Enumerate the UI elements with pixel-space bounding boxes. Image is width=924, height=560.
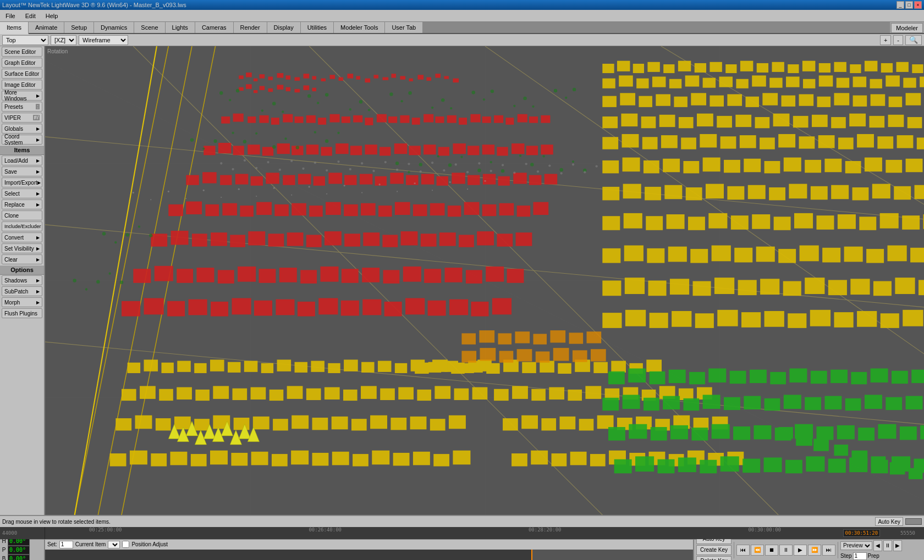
svg-rect-509 <box>805 278 824 294</box>
main-layout: Scene Editor Graph Editor Surface Editor… <box>0 46 924 515</box>
timeline-track[interactable]: 00:25:00:00 00:26:40:00 00:28:20:00 00:3… <box>45 527 924 539</box>
svg-rect-33 <box>365 79 370 82</box>
delete-key-button[interactable]: Delete Key <box>696 556 732 561</box>
menu-help[interactable]: Help <box>41 10 63 21</box>
transport-pause[interactable]: ⏸ <box>779 545 793 556</box>
preview-play-btn[interactable]: ▶ <box>893 540 902 551</box>
svg-rect-43 <box>453 79 459 82</box>
status-row-1: Drag mouse in view to rotate selected it… <box>0 515 924 527</box>
grid-plus-button[interactable]: + <box>880 35 891 45</box>
tab-cameras[interactable]: Cameras <box>195 22 234 33</box>
set-input[interactable] <box>59 541 73 548</box>
svg-point-622 <box>450 107 452 109</box>
axis-select[interactable]: [XZ] [XY] [ZY] <box>51 35 76 45</box>
viewport[interactable]: Rotation <box>45 46 924 515</box>
sidebar-select[interactable]: Select ▶ <box>2 188 42 198</box>
modeler-button[interactable]: Modeler <box>891 23 923 33</box>
tab-lights[interactable]: Lights <box>166 22 195 33</box>
sidebar-import-export[interactable]: Import/Export ▶ <box>2 178 42 187</box>
svg-rect-570 <box>764 458 782 473</box>
tab-user-tab[interactable]: User Tab <box>385 22 423 33</box>
svg-rect-97 <box>424 145 436 154</box>
svg-rect-291 <box>486 363 500 374</box>
tab-items[interactable]: Items <box>0 22 29 34</box>
svg-rect-341 <box>663 64 674 73</box>
preview-pause-btn[interactable]: ⏸ <box>883 540 892 551</box>
svg-rect-156 <box>230 235 245 247</box>
sidebar-globals[interactable]: Globals ▶ <box>2 124 42 134</box>
transport-stop[interactable]: ⏹ <box>765 545 778 556</box>
sidebar-include-excluder[interactable]: Include/Excluder <box>2 221 42 231</box>
svg-rect-172 <box>133 269 151 283</box>
sidebar-clone[interactable]: Clone <box>2 210 42 220</box>
sidebar-graph-editor[interactable]: Graph Editor <box>2 58 42 68</box>
sidebar-shadows[interactable]: Shadows ▶ <box>2 275 42 285</box>
sidebar-convert[interactable]: Convert ▶ <box>2 232 42 242</box>
mode-select[interactable]: Wireframe Solid Textured <box>79 35 128 45</box>
sidebar-coord-system[interactable]: Coord System ▶ <box>2 135 42 145</box>
sidebar-clear[interactable]: Clear ▶ <box>2 254 42 264</box>
svg-rect-475 <box>752 214 770 229</box>
sidebar-more-windows[interactable]: More Windows ▶ <box>2 91 42 101</box>
timeline-mark-1: 00:25:00:00 <box>89 527 122 533</box>
preview-controls: Preview ◀ ⏸ ▶ Step Prep <box>840 540 902 560</box>
tab-animate[interactable]: Animate <box>29 22 64 33</box>
svg-rect-282 <box>372 451 389 465</box>
timeline-row[interactable]: 44000 00:25:00:00 00:26:40:00 00:28:20:0… <box>0 527 924 539</box>
svg-rect-303 <box>531 389 546 401</box>
sidebar-flush-plugins[interactable]: Flush Plugins <box>2 308 42 318</box>
svg-rect-45 <box>246 84 252 89</box>
svg-point-716 <box>560 172 563 174</box>
sidebar-presets[interactable]: Presets: <box>2 102 42 112</box>
menu-edit[interactable]: Edit <box>21 10 40 21</box>
transport-goto-start[interactable]: ⏮ <box>736 545 750 556</box>
sidebar-save[interactable]: Save ▶ <box>2 167 42 176</box>
sidebar-surface-editor[interactable]: Surface Editor <box>2 69 42 79</box>
tab-render[interactable]: Render <box>234 22 267 33</box>
svg-rect-572 <box>806 456 824 472</box>
sidebar-scene-editor[interactable]: Scene Editor <box>2 47 42 57</box>
current-item-select[interactable] <box>108 541 120 548</box>
close-button[interactable]: × <box>914 1 922 9</box>
preview-select[interactable]: Preview <box>840 541 872 550</box>
sidebar-replace[interactable]: Replace ▶ <box>2 199 42 209</box>
tab-dynamics[interactable]: Dynamics <box>94 22 134 33</box>
tab-utilities[interactable]: Utilities <box>301 22 334 33</box>
transport-goto-end[interactable]: ⏭ <box>822 545 835 556</box>
zoom-button[interactable]: 🔍 <box>905 35 922 45</box>
menu-file[interactable]: File <box>1 10 20 21</box>
svg-rect-143 <box>395 202 410 215</box>
svg-point-666 <box>96 280 100 283</box>
transport-play[interactable]: ▶ <box>794 545 807 556</box>
sidebar-subpatch[interactable]: SubPatch ▶ <box>2 286 42 296</box>
svg-rect-125 <box>483 174 496 184</box>
minimize-button[interactable]: _ <box>897 1 904 9</box>
sidebar-set-visibility[interactable]: Set Visibility ▶ <box>2 243 42 253</box>
auto-key-button[interactable]: Auto Key <box>875 517 903 526</box>
step-input[interactable] <box>853 552 867 560</box>
svg-point-614 <box>349 108 351 110</box>
transport-next-frame[interactable]: ⏩ <box>808 545 821 556</box>
svg-rect-169 <box>477 231 494 246</box>
maximize-button[interactable]: □ <box>905 1 913 9</box>
tab-modeler-tools[interactable]: Modeler Tools <box>334 22 385 33</box>
create-key-button[interactable]: Create Key <box>696 545 732 555</box>
preview-prev[interactable]: ◀ <box>873 540 882 551</box>
svg-rect-123 <box>452 173 465 184</box>
sidebar-morph[interactable]: Morph ▶ <box>2 297 42 307</box>
grid-minus-button[interactable]: - <box>893 35 903 45</box>
view-select[interactable]: Top Perspective Front Side <box>2 35 48 45</box>
sidebar-image-editor[interactable]: Image Editor <box>2 80 42 90</box>
sidebar-viper[interactable]: VIPERF/ <box>2 113 42 123</box>
tab-setup[interactable]: Setup <box>64 22 94 33</box>
tab-scene[interactable]: Scene <box>134 22 165 33</box>
transport-prev-frame[interactable]: ⏪ <box>751 545 764 556</box>
position-adjust-check[interactable] <box>122 541 129 548</box>
svg-rect-550 <box>670 425 688 440</box>
svg-rect-481 <box>880 213 899 229</box>
svg-rect-268 <box>449 415 466 429</box>
tab-display[interactable]: Display <box>267 22 301 33</box>
timeline-scroll-area[interactable] <box>45 550 693 560</box>
sidebar-load-add[interactable]: Load/Add ▶ <box>2 156 42 165</box>
svg-rect-508 <box>783 281 801 296</box>
